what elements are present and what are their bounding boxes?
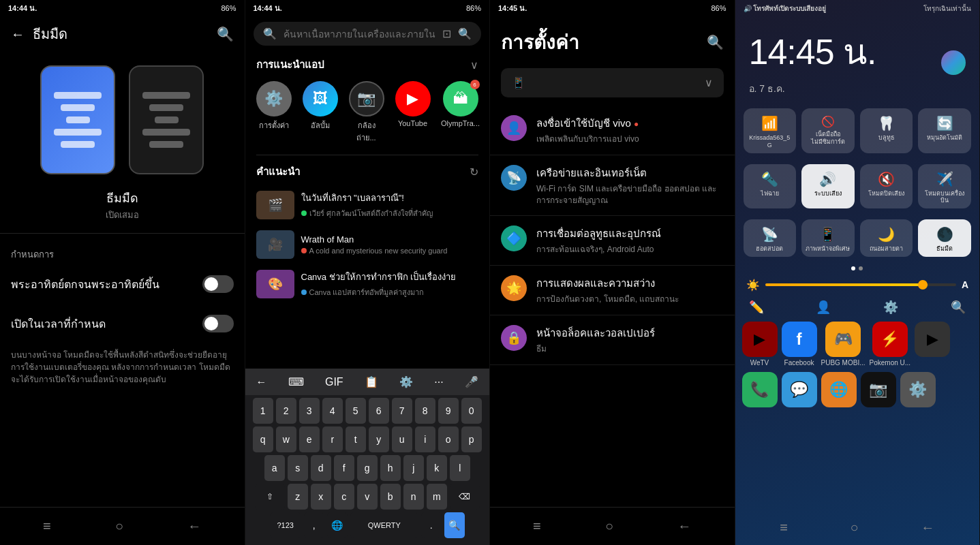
keyboard-mic-btn[interactable]: 🎤 xyxy=(461,373,483,391)
key-h[interactable]: h xyxy=(380,455,401,481)
suggest-item-2[interactable]: 🎨 Canva ช่วยให้การทำกราฟิก เป็นเรื่องง่า… xyxy=(256,264,479,304)
key-j[interactable]: j xyxy=(403,455,424,481)
settings-item-bluetooth[interactable]: 🔷 การเชื่อมต่อลูทูธและอุปกรณ์ การสะท้อนแ… xyxy=(490,216,735,266)
suggest-item-1[interactable]: 🎥 Wrath of Man A cold and mysterious new… xyxy=(256,225,479,264)
key-m[interactable]: m xyxy=(427,484,447,510)
settings-item-display[interactable]: 🌟 การแสดงผลและความสว่าง การป้องกันดวงตา,… xyxy=(490,266,735,315)
key-d[interactable]: d xyxy=(311,455,331,481)
brightness-bar[interactable] xyxy=(765,283,956,286)
key-globe[interactable]: 🌐 xyxy=(327,512,348,538)
key-5[interactable]: 5 xyxy=(346,398,366,424)
key-1[interactable]: 1 xyxy=(253,398,273,424)
app-item-camera[interactable]: 📷 กล้องถ่าย... xyxy=(349,81,384,144)
key-u[interactable]: u xyxy=(392,426,412,452)
app-settings-dock[interactable]: ⚙️ xyxy=(900,372,936,407)
app-messages[interactable]: 💬 xyxy=(782,372,817,407)
key-shift[interactable]: ⇧ xyxy=(255,484,285,510)
nav-menu-icon[interactable]: ≡ xyxy=(43,518,51,534)
app-item-settings[interactable]: ⚙️ การตั้งค่า xyxy=(256,81,292,144)
keyboard-gif-btn[interactable]: GIF xyxy=(321,373,348,391)
keyboard-emoji-btn[interactable]: ⌨ xyxy=(284,373,308,391)
nav-back-icon[interactable]: ← xyxy=(187,518,201,534)
key-f[interactable]: f xyxy=(334,455,354,481)
key-3[interactable]: 3 xyxy=(299,398,320,424)
nav-menu-icon-p4[interactable]: ≡ xyxy=(780,520,788,535)
suggest-item-0[interactable]: 🎬 ในวันที่เลิกรา "เบลลาราณี"! เวียร์ ศุก… xyxy=(256,185,479,225)
key-2[interactable]: 2 xyxy=(276,398,296,424)
tile-wifi[interactable]: 📶 Krissada563_5G xyxy=(744,108,797,153)
key-l[interactable]: l xyxy=(450,455,470,481)
app-wetv[interactable]: ▶ WeTV xyxy=(742,322,778,367)
nav-home-icon-p4[interactable]: ○ xyxy=(851,520,859,535)
key-c[interactable]: c xyxy=(334,484,354,510)
key-x[interactable]: x xyxy=(311,484,331,510)
settings-item-lockscreen[interactable]: 🔒 หน้าจอล็อคและวอลเปเปอร์ ธีม xyxy=(490,315,735,365)
key-7[interactable]: 7 xyxy=(392,398,412,424)
settings-bottom-icon[interactable]: ⚙️ xyxy=(883,300,898,315)
tile-sound[interactable]: 🔊 ระบบเสียง xyxy=(801,164,855,209)
app-camera[interactable]: 📷 xyxy=(861,372,896,407)
key-v[interactable]: v xyxy=(357,484,378,510)
key-g[interactable]: g xyxy=(357,455,378,481)
edit-icon[interactable]: ✏️ xyxy=(749,300,764,315)
tile-dark-mode[interactable]: 🌑 ธีมมืด xyxy=(918,219,971,257)
keyboard-more-btn[interactable]: ··· xyxy=(430,373,447,391)
settings-search-icon[interactable]: 🔍 xyxy=(707,34,724,50)
nav-back-icon-p3[interactable]: ← xyxy=(677,518,691,534)
key-123[interactable]: ?123 xyxy=(270,512,301,538)
key-t[interactable]: t xyxy=(346,426,366,452)
tile-hotspot[interactable]: 📡 ฮอตสปอต xyxy=(744,219,797,257)
key-k[interactable]: k xyxy=(427,455,447,481)
key-z[interactable]: z xyxy=(288,484,308,510)
key-4[interactable]: 4 xyxy=(322,398,343,424)
tile-bluetooth[interactable]: 🦷 บลูทูธ xyxy=(860,108,913,153)
key-a[interactable]: a xyxy=(264,455,285,481)
tile-eye-protect[interactable]: 🌙 ถนอมสายตา xyxy=(860,219,913,257)
nav-home-icon[interactable]: ○ xyxy=(115,518,123,534)
app-misc[interactable]: ▶ xyxy=(915,322,950,367)
key-8[interactable]: 8 xyxy=(415,398,435,424)
key-9[interactable]: 9 xyxy=(438,398,459,424)
scan-icon[interactable]: ⊡ xyxy=(442,27,451,40)
search-bar[interactable]: 🔍 ⊡ 🔍 xyxy=(254,22,482,46)
keyboard-clipboard-btn[interactable]: 📋 xyxy=(361,373,382,391)
nav-back-icon-p4[interactable]: ← xyxy=(921,520,934,535)
app-facebook[interactable]: f Facebook xyxy=(782,322,817,367)
key-qwerty[interactable]: QWERTY xyxy=(350,512,418,538)
tile-rotation[interactable]: 🔄 หมุนอัตโนมัติ xyxy=(918,108,971,153)
collapsed-bar[interactable]: 📱 ∨ xyxy=(501,68,724,97)
key-n[interactable]: n xyxy=(403,484,424,510)
key-e[interactable]: e xyxy=(299,426,320,452)
key-r[interactable]: r xyxy=(322,426,343,452)
refresh-icon[interactable]: ↻ xyxy=(470,166,478,178)
key-comma[interactable]: , xyxy=(304,512,324,538)
key-s[interactable]: s xyxy=(288,455,308,481)
key-i[interactable]: i xyxy=(415,426,435,452)
key-0[interactable]: 0 xyxy=(461,398,482,424)
search-input[interactable] xyxy=(284,29,436,40)
search-icon[interactable]: 🔍 xyxy=(217,26,234,42)
search-submit-icon[interactable]: 🔍 xyxy=(458,27,472,40)
settings-item-vivo-account[interactable]: 👤 ลงชื่อเข้าใช้บัญชี vivo ● เพลิดเพลินกั… xyxy=(490,106,735,155)
key-w[interactable]: w xyxy=(276,426,296,452)
app-item-youtube[interactable]: ▶ YouTube xyxy=(395,81,431,144)
key-backspace[interactable]: ⌫ xyxy=(450,484,480,510)
app-item-album[interactable]: 🖼 อัลบั้ม xyxy=(303,81,338,144)
back-button[interactable]: ← xyxy=(11,27,25,42)
key-p[interactable]: p xyxy=(461,426,482,452)
brightness-control[interactable]: ☀️ A xyxy=(735,275,980,296)
sunrise-toggle[interactable] xyxy=(202,275,234,293)
key-search[interactable]: 🔍 xyxy=(444,512,465,538)
key-b[interactable]: b xyxy=(380,484,401,510)
tile-airplane[interactable]: ✈️ โหมดบนเครื่องบิน xyxy=(918,164,971,209)
app-pokemon[interactable]: ⚡ Pokemon U... xyxy=(870,322,911,367)
key-y[interactable]: y xyxy=(369,426,389,452)
app-pubg[interactable]: 🎮 PUBG MOBI... xyxy=(821,322,866,367)
nav-menu-icon-p3[interactable]: ≡ xyxy=(533,518,541,534)
settings-item-network[interactable]: 📡 เครือข่ายและอินเทอร์เน็ต Wi-Fi การ์ด S… xyxy=(490,155,735,217)
app-browser[interactable]: 🌐 xyxy=(821,372,857,407)
app-phone[interactable]: 📞 xyxy=(742,372,778,407)
tile-flashlight[interactable]: 🔦 ไฟฉาย xyxy=(744,164,797,209)
keyboard-back-btn[interactable]: ← xyxy=(252,373,271,391)
scheduled-toggle[interactable] xyxy=(202,315,234,332)
